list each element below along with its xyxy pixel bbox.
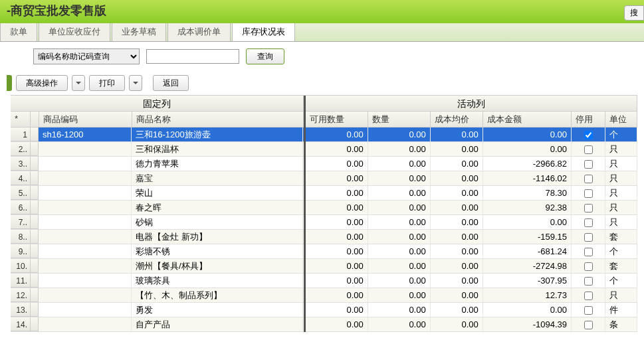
table-row[interactable]: 0.000.000.00-1094.39条 — [306, 317, 637, 332]
cell-code[interactable] — [39, 171, 132, 185]
cell-unit[interactable]: 只 — [605, 171, 637, 185]
table-row[interactable]: 0.000.000.00-1146.02只 — [306, 171, 637, 186]
col-unit[interactable]: 单位 — [605, 112, 637, 127]
cell-disable[interactable] — [572, 317, 605, 331]
cell-unit[interactable]: 个 — [605, 244, 637, 258]
global-search-button[interactable]: 搜 — [624, 5, 644, 21]
cell-qty[interactable]: 0.00 — [368, 274, 431, 288]
cell-name[interactable]: 自产产品 — [132, 317, 303, 331]
col-qty[interactable]: 数量 — [368, 112, 431, 127]
cell-name[interactable]: 三和16-1200旅游壶 — [132, 127, 303, 141]
cell-qty[interactable]: 0.00 — [368, 201, 431, 214]
cell-qty[interactable]: 0.00 — [368, 244, 431, 258]
cell-unit[interactable]: 只 — [605, 215, 637, 229]
cell-code[interactable] — [39, 142, 132, 156]
cell-unit[interactable]: 只 — [605, 186, 637, 200]
table-row[interactable]: 0.000.000.00-307.95个 — [306, 274, 637, 288]
table-row[interactable]: 7..砂锅 — [11, 215, 304, 230]
cell-qty[interactable]: 0.00 — [368, 288, 431, 302]
advanced-dropdown-icon[interactable] — [72, 75, 85, 91]
cell-name[interactable]: 彩塘不锈 — [132, 244, 303, 258]
disable-checkbox[interactable] — [584, 131, 593, 139]
cell-costprice[interactable]: 0.00 — [431, 215, 483, 229]
cell-disable[interactable] — [572, 230, 605, 244]
cell-avail[interactable]: 0.00 — [306, 274, 368, 288]
tab-3[interactable]: 成本调价单 — [167, 22, 231, 41]
cell-unit[interactable]: 只 — [605, 142, 637, 156]
cell-costamt[interactable]: -159.15 — [483, 230, 572, 244]
cell-avail[interactable]: 0.00 — [306, 127, 368, 141]
col-code[interactable]: 商品编码 — [39, 112, 132, 127]
cell-costamt[interactable]: 0.00 — [483, 142, 572, 156]
col-costamt[interactable]: 成本金额 — [483, 112, 572, 127]
cell-unit[interactable]: 个 — [605, 127, 637, 141]
cell-costprice[interactable]: 0.00 — [431, 201, 483, 214]
table-row[interactable]: 4..嘉宝 — [11, 171, 304, 186]
cell-costamt[interactable]: 92.38 — [483, 201, 572, 214]
cell-code[interactable] — [39, 317, 132, 331]
cell-disable[interactable] — [572, 171, 605, 185]
cell-costamt[interactable]: 0.00 — [483, 127, 572, 141]
disable-checkbox[interactable] — [584, 306, 593, 315]
disable-checkbox[interactable] — [584, 277, 593, 286]
cell-unit[interactable]: 条 — [605, 317, 637, 331]
cell-disable[interactable] — [572, 244, 605, 258]
disable-checkbox[interactable] — [584, 160, 593, 169]
col-avail[interactable]: 可用数量 — [306, 112, 368, 127]
disable-checkbox[interactable] — [584, 189, 593, 198]
cell-name[interactable]: 勇发 — [132, 303, 303, 317]
cell-disable[interactable] — [572, 259, 605, 273]
disable-checkbox[interactable] — [584, 218, 593, 227]
cell-disable[interactable] — [572, 201, 605, 214]
cell-costprice[interactable]: 0.00 — [431, 274, 483, 288]
cell-code[interactable]: sh16-1200 — [39, 127, 132, 141]
search-mode-select[interactable]: 编码名称助记码查询 — [33, 48, 140, 64]
cell-avail[interactable]: 0.00 — [306, 259, 368, 273]
table-row[interactable]: 0.000.000.000.00个 — [306, 127, 637, 142]
cell-qty[interactable]: 0.00 — [368, 259, 431, 273]
disable-checkbox[interactable] — [584, 262, 593, 271]
print-button[interactable]: 打印 — [89, 75, 125, 91]
table-row[interactable]: 9..彩塘不锈 — [11, 244, 304, 259]
cell-code[interactable] — [39, 274, 132, 288]
cell-costprice[interactable]: 0.00 — [431, 186, 483, 200]
tab-0[interactable]: 款单 — [0, 22, 37, 41]
tab-1[interactable]: 单位应收应付 — [39, 22, 110, 41]
cell-qty[interactable]: 0.00 — [368, 317, 431, 331]
cell-costprice[interactable]: 0.00 — [431, 317, 483, 331]
cell-costamt[interactable]: -2966.82 — [483, 157, 572, 171]
table-row[interactable]: 2..三和保温杯 — [11, 142, 304, 157]
cell-disable[interactable] — [572, 215, 605, 229]
table-row[interactable]: 0.000.000.00-2966.82只 — [306, 157, 637, 171]
table-row[interactable]: 0.000.000.0012.73只 — [306, 288, 637, 303]
cell-costamt[interactable]: 78.30 — [483, 186, 572, 200]
cell-costprice[interactable]: 0.00 — [431, 244, 483, 258]
table-row[interactable]: 3..德力青苹果 — [11, 157, 304, 171]
cell-qty[interactable]: 0.00 — [368, 230, 431, 244]
table-row[interactable]: 0.000.000.000.00件 — [306, 303, 637, 317]
col-rownum[interactable]: * — [11, 112, 31, 127]
cell-unit[interactable]: 件 — [605, 303, 637, 317]
cell-code[interactable] — [39, 215, 132, 229]
cell-code[interactable] — [39, 201, 132, 214]
cell-name[interactable]: 玻璃茶具 — [132, 274, 303, 288]
cell-disable[interactable] — [572, 274, 605, 288]
cell-disable[interactable] — [572, 186, 605, 200]
disable-checkbox[interactable] — [584, 248, 593, 256]
disable-checkbox[interactable] — [584, 175, 593, 183]
cell-name[interactable]: 【竹、木、制品系列】 — [132, 288, 303, 302]
cell-costamt[interactable]: 0.00 — [483, 303, 572, 317]
cell-costamt[interactable]: -1094.39 — [483, 317, 572, 331]
table-row[interactable]: 8..电器【金灶 新功】 — [11, 230, 304, 244]
cell-qty[interactable]: 0.00 — [368, 215, 431, 229]
table-row[interactable]: 13.勇发 — [11, 303, 304, 317]
cell-disable[interactable] — [572, 142, 605, 156]
col-name[interactable]: 商品名称 — [132, 112, 304, 127]
cell-code[interactable] — [39, 244, 132, 258]
cell-code[interactable] — [39, 259, 132, 273]
cell-avail[interactable]: 0.00 — [306, 186, 368, 200]
advanced-button[interactable]: 高级操作 — [16, 75, 68, 91]
table-row[interactable]: 0.000.000.00-159.15套 — [306, 230, 637, 244]
cell-avail[interactable]: 0.00 — [306, 215, 368, 229]
table-row[interactable]: 0.000.000.0078.30只 — [306, 186, 637, 201]
